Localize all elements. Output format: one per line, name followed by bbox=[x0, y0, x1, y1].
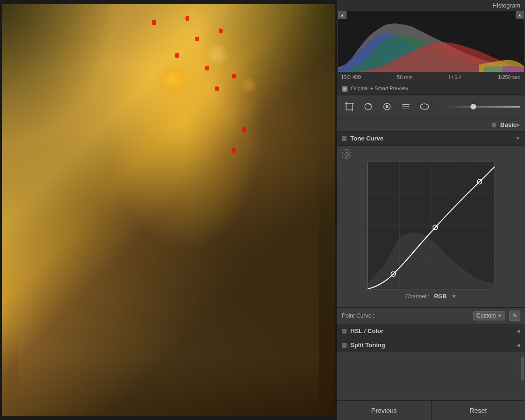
tool-slider-thumb[interactable] bbox=[471, 104, 476, 109]
scrollbar-thumb[interactable] bbox=[521, 357, 524, 380]
clip-dot-10 bbox=[232, 148, 236, 153]
split-toning-title: Split Toning bbox=[350, 342, 385, 349]
tone-curve-header[interactable]: Tone Curve ▼ bbox=[337, 132, 525, 146]
exif-bar: ISO 400 50 mm f / 1.4 1/250 sec bbox=[337, 72, 525, 82]
histogram-shadow-clip-btn[interactable]: ▲ bbox=[338, 11, 347, 19]
clip-dot-3 bbox=[219, 29, 223, 33]
red-eye-icon bbox=[382, 101, 392, 112]
radial-filter-btn[interactable] bbox=[417, 99, 432, 114]
tone-curve-arrow: ▼ bbox=[516, 136, 520, 141]
tone-curve-content: ◎ bbox=[337, 146, 525, 307]
crop-icon bbox=[344, 101, 355, 112]
target-icon: ◎ bbox=[344, 151, 349, 157]
point-curve-row: Point Curve : Custom ▼ ✎ bbox=[337, 307, 525, 324]
hsl-panel-title: HSL / Color bbox=[350, 327, 384, 334]
point-curve-label: Point Curve : bbox=[342, 312, 374, 319]
tool-slider[interactable] bbox=[438, 106, 520, 108]
clip-dot-6 bbox=[205, 66, 209, 70]
hsl-arrow: ◀ bbox=[517, 328, 520, 334]
tone-curve-collapse-indicator bbox=[342, 136, 347, 141]
right-panel: Histogram ▲ ▲ bbox=[337, 0, 525, 420]
svg-rect-10 bbox=[402, 104, 409, 105]
basic-collapse-indicator bbox=[492, 123, 496, 127]
split-toning-collapse-indicator bbox=[342, 343, 347, 348]
point-curve-dropdown[interactable]: Custom ▼ bbox=[473, 311, 505, 320]
clip-dot-2 bbox=[185, 16, 189, 21]
previous-button[interactable]: Previous bbox=[337, 401, 432, 420]
tone-curve-title: Tone Curve bbox=[350, 135, 384, 142]
hsl-collapse-indicator bbox=[342, 329, 347, 334]
svg-point-9 bbox=[386, 105, 388, 108]
histogram-section: Histogram ▲ ▲ bbox=[337, 0, 525, 95]
image-panel bbox=[0, 0, 337, 420]
exif-iso: ISO 400 bbox=[342, 74, 361, 80]
scroll-area bbox=[337, 352, 525, 400]
svg-point-13 bbox=[420, 104, 429, 109]
dropdown-arrow-icon: ▼ bbox=[498, 313, 502, 318]
channel-label: Channel : bbox=[405, 293, 429, 300]
histogram-svg bbox=[338, 11, 524, 72]
photo-container bbox=[2, 4, 335, 416]
clip-dot-1 bbox=[152, 20, 156, 25]
reset-button[interactable]: Reset bbox=[432, 401, 525, 420]
monitor-icon: ▣ bbox=[342, 85, 348, 92]
pencil-btn[interactable]: ✎ bbox=[509, 311, 520, 321]
radial-filter-icon bbox=[419, 101, 430, 112]
hsl-color-panel-header[interactable]: HSL / Color ◀ bbox=[337, 324, 525, 338]
red-eye-btn[interactable] bbox=[379, 99, 394, 114]
spot-removal-icon bbox=[363, 101, 373, 112]
clip-dot-8 bbox=[232, 74, 236, 78]
smart-preview-label: Original + Smart Preview bbox=[351, 86, 408, 91]
channel-value[interactable]: RGB bbox=[434, 293, 447, 300]
exif-aperture: f / 1.4 bbox=[449, 74, 462, 80]
basic-expand-arrow: ▶ bbox=[517, 122, 520, 127]
histogram-highlight-clip-btn[interactable]: ▲ bbox=[516, 11, 524, 19]
histogram-header: Histogram bbox=[337, 0, 525, 11]
curve-svg bbox=[368, 162, 494, 289]
tree-dark-left bbox=[2, 4, 135, 169]
bottom-buttons: Previous Reset bbox=[337, 400, 525, 420]
clip-dot-5 bbox=[175, 53, 179, 58]
tree-dark-right bbox=[169, 4, 335, 210]
pencil-icon: ✎ bbox=[513, 313, 517, 319]
smart-preview-bar: ▣ Original + Smart Preview bbox=[337, 82, 525, 95]
curve-graph[interactable] bbox=[367, 162, 495, 289]
channel-dropdown-arrow[interactable]: ▼ bbox=[451, 293, 457, 300]
histogram-canvas: ▲ ▲ bbox=[338, 11, 524, 72]
clip-dot-9 bbox=[242, 127, 246, 132]
clip-dot-4 bbox=[195, 37, 199, 41]
crop-tool-btn[interactable] bbox=[342, 99, 357, 114]
exif-focal: 50 mm bbox=[397, 74, 413, 80]
graduated-filter-btn[interactable] bbox=[398, 99, 413, 114]
channel-row: Channel : RGB ▼ bbox=[342, 289, 520, 303]
svg-rect-12 bbox=[402, 108, 409, 109]
spot-removal-btn[interactable] bbox=[361, 99, 376, 114]
svg-rect-1 bbox=[346, 103, 353, 110]
clip-dot-7 bbox=[215, 86, 219, 91]
photo-background bbox=[2, 4, 335, 416]
curve-target-btn[interactable]: ◎ bbox=[342, 149, 351, 159]
split-toning-arrow: ◀ bbox=[517, 342, 520, 348]
tools-row bbox=[337, 95, 525, 118]
basic-panel-header[interactable]: Basic ▶ bbox=[337, 118, 525, 132]
exif-shutter: 1/250 sec bbox=[498, 74, 520, 80]
graduated-filter-icon bbox=[401, 101, 411, 112]
histogram-title: Histogram bbox=[493, 2, 520, 9]
point-curve-value: Custom bbox=[477, 312, 496, 319]
tool-slider-container bbox=[438, 106, 520, 108]
basic-panel-title: Basic bbox=[500, 121, 517, 128]
svg-rect-11 bbox=[402, 106, 409, 107]
split-toning-panel-header[interactable]: Split Toning ◀ bbox=[337, 338, 525, 352]
tone-curve-section: Tone Curve ▼ ◎ bbox=[337, 132, 525, 324]
